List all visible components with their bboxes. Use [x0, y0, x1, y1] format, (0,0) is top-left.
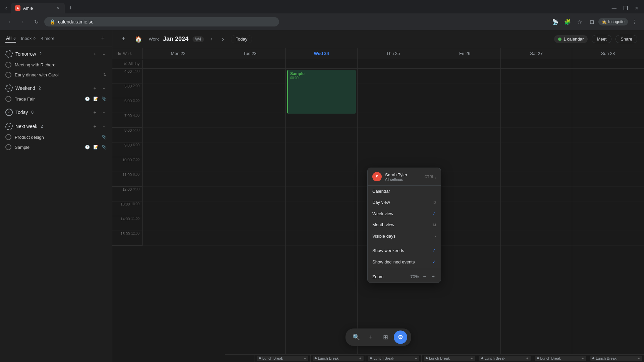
list-item[interactable]: Trade Fair 🕐 📝 📎	[0, 94, 112, 104]
day-slot[interactable]	[572, 98, 644, 113]
today-add-button[interactable]: +	[92, 109, 97, 116]
next-week-more-button[interactable]: ···	[100, 123, 107, 130]
day-slot[interactable]	[572, 142, 644, 157]
tomorrow-more-button[interactable]: ···	[100, 51, 107, 57]
prev-week-button[interactable]: ‹	[208, 34, 215, 44]
extension-button[interactable]: 🧩	[562, 16, 573, 27]
day-slot[interactable]	[214, 157, 286, 172]
lunch-tag-mon[interactable]: Lunch Break ✦	[257, 356, 308, 361]
weekend-add-button[interactable]: +	[92, 85, 97, 92]
day-slot[interactable]	[143, 98, 214, 113]
day-slot[interactable]	[572, 201, 644, 216]
next-week-add-button[interactable]: +	[92, 123, 97, 130]
day-slot[interactable]	[286, 128, 357, 142]
day-slot[interactable]	[572, 172, 644, 187]
sidebar-tab-all[interactable]: All 6	[5, 34, 16, 43]
today-button[interactable]: Today	[231, 35, 253, 43]
day-slot[interactable]	[501, 83, 572, 98]
settings-toolbar-button[interactable]: ⚙	[394, 330, 407, 344]
day-slot[interactable]	[501, 157, 572, 172]
item-checkbox[interactable]	[5, 144, 11, 150]
list-item[interactable]: Early dinner with Carol ↻	[0, 70, 112, 80]
grid-toolbar-button[interactable]: ⊞	[379, 330, 392, 344]
tomorrow-add-button[interactable]: +	[92, 51, 97, 57]
zoom-minus-button[interactable]: −	[422, 274, 427, 280]
lunch-tag-fri[interactable]: Lunch Break ✦	[479, 356, 531, 361]
day-slot[interactable]	[501, 216, 572, 231]
list-item[interactable]: Meeting with Richard	[0, 60, 112, 70]
sidebar-tab-more[interactable]: 4 more	[40, 35, 55, 42]
day-slot[interactable]	[286, 187, 357, 201]
lunch-tag-sun[interactable]: Lunch Break ✦	[590, 356, 642, 361]
add-toolbar-button[interactable]: +	[364, 330, 378, 344]
calendar-badge[interactable]: 1 calendar	[554, 35, 588, 43]
work-toggle[interactable]: Work	[149, 37, 159, 42]
active-tab[interactable]: A Amie ✕	[11, 3, 65, 13]
today-more-button[interactable]: ···	[100, 109, 107, 116]
day-slot[interactable]	[572, 216, 644, 231]
day-slot[interactable]	[358, 142, 429, 157]
day-slot[interactable]	[572, 231, 644, 246]
day-slot[interactable]	[572, 157, 644, 172]
search-toolbar-button[interactable]: 🔍	[350, 330, 363, 344]
menu-button[interactable]: ⋮	[629, 16, 640, 27]
day-slot[interactable]	[286, 201, 357, 216]
reload-button[interactable]: ↻	[31, 16, 42, 27]
visible-days-item[interactable]: Visible days ›	[368, 230, 441, 242]
day-slot[interactable]	[429, 69, 500, 83]
address-bar[interactable]: 🔒 calendar.amie.so	[44, 17, 279, 26]
sidebar-button[interactable]: ⊡	[586, 16, 597, 27]
item-checkbox[interactable]	[5, 72, 11, 78]
tab-close-button[interactable]: ✕	[55, 5, 61, 11]
day-slot[interactable]	[501, 231, 572, 246]
day-slot[interactable]	[572, 69, 644, 83]
day-slot[interactable]	[286, 216, 357, 231]
day-slot[interactable]	[572, 128, 644, 142]
month-view-item[interactable]: Month view M	[368, 219, 441, 230]
day-view-item[interactable]: Day view D	[368, 197, 441, 208]
day-slot[interactable]	[214, 83, 286, 98]
day-slot[interactable]	[358, 113, 429, 128]
week-view-item[interactable]: Week view ✓	[368, 208, 441, 219]
day-slot[interactable]	[286, 142, 357, 157]
item-checkbox[interactable]	[5, 134, 11, 140]
day-slot[interactable]	[143, 142, 214, 157]
day-slot[interactable]	[286, 157, 357, 172]
day-slot[interactable]	[429, 142, 500, 157]
tab-prev-button[interactable]: ‹	[3, 4, 10, 12]
show-weekends-item[interactable]: Show weekends ✓	[368, 245, 441, 256]
lunch-tag-thu[interactable]: Lunch Break ✦	[424, 356, 475, 361]
home-button[interactable]: 🏠	[132, 34, 145, 44]
day-slot[interactable]	[143, 216, 214, 231]
day-slot[interactable]	[214, 201, 286, 216]
day-slot[interactable]	[501, 113, 572, 128]
forward-button[interactable]: ›	[17, 16, 28, 27]
day-slot[interactable]	[358, 128, 429, 142]
day-slot[interactable]	[143, 83, 214, 98]
day-slot[interactable]	[429, 83, 500, 98]
back-button[interactable]: ‹	[4, 16, 15, 27]
day-slot[interactable]	[214, 216, 286, 231]
day-slot[interactable]	[501, 172, 572, 187]
day-slot[interactable]	[214, 187, 286, 201]
day-slot[interactable]	[214, 231, 286, 246]
day-slot[interactable]	[143, 172, 214, 187]
day-slot[interactable]	[286, 231, 357, 246]
day-slot[interactable]	[214, 128, 286, 142]
day-slot[interactable]	[501, 142, 572, 157]
new-tab-button[interactable]: +	[66, 3, 75, 13]
day-slot[interactable]	[286, 172, 357, 187]
day-slot[interactable]	[143, 231, 214, 246]
weekend-more-button[interactable]: ···	[100, 85, 107, 92]
day-slot[interactable]	[501, 187, 572, 201]
day-slot[interactable]	[501, 128, 572, 142]
lunch-tag-wed[interactable]: Lunch Break ✦	[368, 356, 419, 361]
day-slot[interactable]	[214, 113, 286, 128]
item-checkbox[interactable]	[5, 62, 11, 68]
meet-button[interactable]: Meet	[592, 35, 611, 43]
lunch-tag-tue[interactable]: Lunch Break ✦	[313, 356, 364, 361]
day-slot[interactable]	[501, 201, 572, 216]
next-week-button[interactable]: ›	[219, 34, 227, 44]
item-checkbox[interactable]	[5, 96, 11, 102]
window-restore-button[interactable]: ❐	[621, 4, 631, 13]
